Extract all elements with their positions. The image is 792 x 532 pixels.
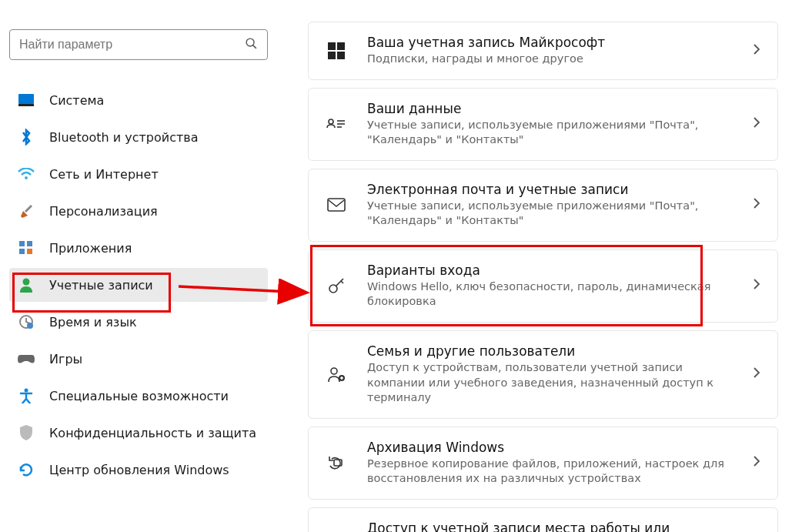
card-desc: Доступ к устройствам, пользователи учетн… bbox=[367, 360, 733, 406]
svg-rect-16 bbox=[337, 52, 345, 59]
sidebar-item-label: Учетные записи bbox=[49, 278, 153, 293]
card-signin-options[interactable]: Варианты входа Windows Hello, ключ безоп… bbox=[308, 249, 778, 323]
svg-rect-14 bbox=[337, 42, 345, 50]
card-title: Доступ к учетной записи места работы или… bbox=[367, 520, 733, 532]
chevron-right-icon bbox=[753, 455, 760, 470]
sidebar: Система Bluetooth и устройства Сеть и Ин… bbox=[0, 0, 277, 532]
svg-rect-21 bbox=[328, 199, 345, 211]
svg-rect-7 bbox=[19, 249, 25, 254]
nav: Система Bluetooth и устройства Сеть и Ин… bbox=[9, 82, 268, 488]
sidebar-item-windows-update[interactable]: Центр обновления Windows bbox=[9, 453, 268, 487]
search-input[interactable] bbox=[19, 38, 245, 52]
backup-icon bbox=[326, 452, 347, 473]
accessibility-icon bbox=[17, 386, 35, 405]
card-title: Семья и другие пользователи bbox=[367, 343, 733, 359]
card-desc: Учетные записи, используемые приложениям… bbox=[367, 118, 733, 148]
chevron-right-icon bbox=[753, 116, 760, 132]
chevron-right-icon bbox=[753, 197, 760, 212]
svg-point-12 bbox=[25, 389, 28, 393]
sidebar-item-label: Приложения bbox=[49, 241, 132, 256]
chevron-right-icon bbox=[753, 43, 760, 59]
id-card-icon bbox=[326, 113, 347, 135]
svg-point-9 bbox=[23, 279, 30, 286]
search-input-wrapper[interactable] bbox=[9, 29, 268, 60]
card-windows-backup[interactable]: Архивация Windows Резервное копирование … bbox=[308, 427, 778, 500]
svg-rect-3 bbox=[18, 104, 34, 106]
svg-point-11 bbox=[27, 323, 33, 329]
mail-icon bbox=[326, 194, 347, 216]
update-icon bbox=[17, 460, 35, 479]
svg-point-4 bbox=[25, 176, 28, 179]
card-desc: Подписки, награды и многое другое bbox=[367, 52, 733, 67]
person-icon bbox=[17, 276, 35, 294]
shield-icon bbox=[17, 423, 35, 442]
paintbrush-icon bbox=[17, 202, 35, 220]
monitor-icon bbox=[17, 91, 35, 109]
sidebar-item-bluetooth[interactable]: Bluetooth и устройства bbox=[9, 120, 268, 154]
chevron-right-icon bbox=[753, 366, 760, 382]
card-desc: Windows Hello, ключ безопасности, пароль… bbox=[367, 279, 733, 309]
sidebar-item-time-language[interactable]: Время и язык bbox=[9, 305, 268, 339]
sidebar-item-apps[interactable]: Приложения bbox=[9, 231, 268, 265]
card-desc: Резервное копирование файлов, приложений… bbox=[367, 457, 733, 487]
svg-rect-5 bbox=[19, 241, 25, 246]
gamepad-icon bbox=[17, 350, 35, 368]
sidebar-item-label: Игры bbox=[49, 352, 82, 366]
card-your-info[interactable]: Ваши данные Учетные записи, используемые… bbox=[308, 88, 778, 161]
search-icon bbox=[245, 37, 258, 53]
card-work-school-access[interactable]: Доступ к учетной записи места работы или… bbox=[308, 507, 778, 532]
sidebar-item-label: Центр обновления Windows bbox=[49, 463, 229, 477]
clock-globe-icon bbox=[17, 313, 35, 331]
bluetooth-icon bbox=[17, 128, 35, 146]
sidebar-item-network[interactable]: Сеть и Интернет bbox=[9, 157, 268, 191]
sidebar-item-accessibility[interactable]: Специальные возможности bbox=[9, 379, 268, 413]
person-plus-icon bbox=[326, 363, 347, 385]
svg-point-23 bbox=[331, 368, 337, 374]
svg-rect-6 bbox=[27, 241, 32, 246]
card-title: Архивация Windows bbox=[367, 440, 733, 455]
card-title: Ваша учетная запись Майкрософт bbox=[367, 35, 733, 50]
svg-rect-8 bbox=[27, 249, 32, 254]
main-content: Ваша учетная запись Майкрософт Подписки,… bbox=[277, 0, 792, 532]
apps-icon bbox=[17, 239, 35, 257]
key-icon bbox=[326, 275, 347, 296]
svg-rect-2 bbox=[18, 94, 34, 104]
svg-point-0 bbox=[246, 38, 254, 46]
sidebar-item-label: Система bbox=[49, 93, 104, 108]
sidebar-item-accounts[interactable]: Учетные записи bbox=[9, 268, 268, 302]
card-desc: Учетные записи, используемые приложениям… bbox=[367, 199, 733, 229]
sidebar-item-label: Сеть и Интернет bbox=[49, 167, 159, 182]
card-title: Варианты входа bbox=[367, 263, 733, 278]
sidebar-item-label: Персонализация bbox=[49, 204, 158, 219]
card-email-accounts[interactable]: Электронная почта и учетные записи Учетн… bbox=[308, 169, 778, 242]
svg-point-17 bbox=[329, 119, 333, 124]
sidebar-item-label: Специальные возможности bbox=[49, 389, 229, 403]
card-microsoft-account[interactable]: Ваша учетная запись Майкрософт Подписки,… bbox=[308, 22, 778, 80]
sidebar-item-personalization[interactable]: Персонализация bbox=[9, 194, 268, 228]
sidebar-item-label: Bluetooth и устройства bbox=[49, 130, 199, 145]
svg-rect-13 bbox=[328, 42, 336, 50]
sidebar-item-label: Время и язык bbox=[49, 315, 137, 330]
sidebar-item-system[interactable]: Система bbox=[9, 83, 268, 117]
wifi-icon bbox=[17, 165, 35, 183]
sidebar-item-privacy[interactable]: Конфиденциальность и защита bbox=[9, 416, 268, 450]
chevron-right-icon bbox=[753, 278, 760, 293]
svg-line-1 bbox=[253, 45, 256, 48]
sidebar-item-gaming[interactable]: Игры bbox=[9, 342, 268, 376]
svg-rect-15 bbox=[328, 52, 336, 59]
microsoft-logo-icon bbox=[326, 40, 347, 62]
card-title: Ваши данные bbox=[367, 101, 733, 116]
sidebar-item-label: Конфиденциальность и защита bbox=[49, 426, 256, 440]
card-title: Электронная почта и учетные записи bbox=[367, 182, 733, 197]
card-family-users[interactable]: Семья и другие пользователи Доступ к уст… bbox=[308, 330, 778, 419]
